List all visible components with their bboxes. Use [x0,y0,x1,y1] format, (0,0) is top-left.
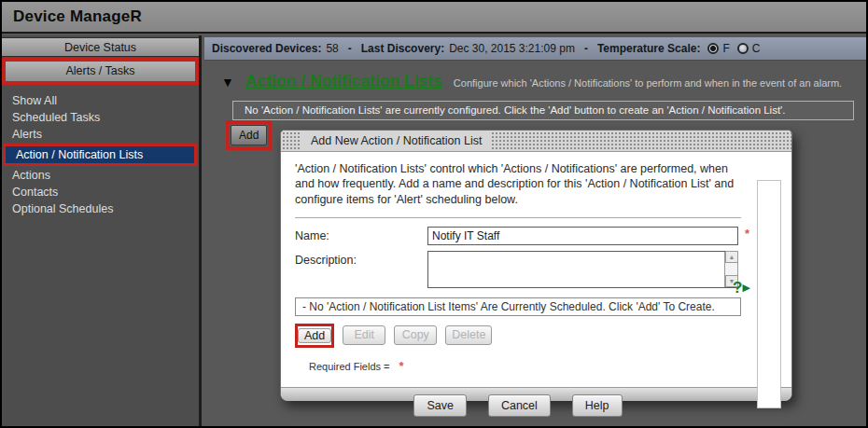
description-label: Description: [295,251,427,267]
add-item-highlight-box: Add [295,324,334,348]
page-title[interactable]: Action / Notification Lists [245,72,442,91]
discovered-devices-label: Discovered Devices: [212,42,321,55]
help-hint-icon[interactable]: ?▶ [733,279,750,297]
name-label: Name: [295,227,427,242]
name-input[interactable] [427,227,738,245]
sidebar-item-action-notification-lists[interactable]: Action / Notification Lists [3,144,197,166]
sidebar-item-actions[interactable]: Actions [2,167,199,184]
cancel-button[interactable]: Cancel [488,394,551,417]
page-subtitle: Configure which 'Actions / Notifications… [454,77,842,89]
copy-item-button[interactable]: Copy [394,325,437,345]
required-asterisk: * [745,227,749,241]
discovered-devices-value: 58 [326,42,338,55]
app-header: Device ManageR [2,2,866,34]
items-empty-message: - No 'Action / Notification List Items' … [295,297,741,316]
app-title: Device ManageR [13,7,142,26]
sidebar-section-alerts-tasks[interactable]: Alerts / Tasks [2,58,199,85]
section-heading-row: ▼ Action / Notification Lists Configure … [221,72,865,91]
empty-list-message: No 'Action / Notification Lists' are cur… [232,101,854,120]
name-row: Name: * [295,227,791,245]
sidebar: Device Status Alerts / Tasks Show All Sc… [2,35,202,428]
add-list-button[interactable]: Add [231,125,267,145]
sidebar-item-scheduled-tasks[interactable]: Scheduled Tasks [2,109,199,126]
sidebar-section-device-status[interactable]: Device Status [2,37,199,57]
description-textarea[interactable] [428,252,724,287]
dialog-title: Add New Action / Notification List [301,131,491,150]
collapse-triangle-icon[interactable]: ▼ [221,75,234,90]
dialog-titlebar[interactable]: Add New Action / Notification List [281,131,791,152]
edit-item-button[interactable]: Edit [343,325,385,345]
app-window: Device ManageR Device Status Alerts / Ta… [0,0,868,428]
celsius-label: C [752,42,761,55]
delete-item-button[interactable]: Delete [445,325,492,345]
sidebar-item-alerts[interactable]: Alerts [2,126,199,143]
dialog-side-scroll-panel[interactable] [757,180,781,408]
add-button-highlight-box: Add [226,120,272,150]
sidebar-item-contacts[interactable]: Contacts [2,184,199,200]
scroll-up-icon[interactable]: ▲ [725,251,738,263]
fahrenheit-radio[interactable] [707,43,719,54]
dialog-footer-buttons: Save Cancel Help [295,394,741,417]
required-asterisk: * [399,359,404,373]
last-discovery-label: Last Discovery: [361,42,444,55]
scrollbar-track[interactable] [725,263,738,276]
divider [295,217,741,218]
dialog-description: 'Action / Notification Lists' control wh… [295,161,741,207]
arrow-right-icon: ▶ [742,282,749,293]
description-textarea-frame: ▲ ▼ [427,251,738,288]
add-item-button[interactable]: Add [298,328,331,343]
fahrenheit-label: F [722,42,729,55]
help-button[interactable]: Help [572,394,623,417]
temperature-scale-label: Temperature Scale: [597,42,701,55]
separator: - [584,42,588,55]
sidebar-menu: Show All Scheduled Tasks Alerts Action /… [2,92,199,217]
save-button[interactable]: Save [413,394,467,417]
celsius-radio[interactable] [737,43,749,54]
required-fields-label: Required Fields = [309,361,390,372]
separator: - [348,42,352,55]
last-discovery-value: Dec 30, 2015 3:21:09 pm [449,42,575,55]
status-bar: Discovered Devices: 58 - Last Discovery:… [204,37,868,61]
description-row: Description: ▲ ▼ [295,251,791,288]
add-list-dialog: Add New Action / Notification List 'Acti… [280,130,792,401]
sidebar-item-show-all[interactable]: Show All [2,92,199,109]
question-mark-icon: ? [733,279,742,297]
sidebar-item-optional-schedules[interactable]: Optional Schedules [2,200,199,217]
item-button-row: Add Edit Copy Delete [295,324,791,348]
dialog-body: 'Action / Notification Lists' control wh… [281,152,791,387]
required-fields-note: Required Fields = * [309,359,791,373]
